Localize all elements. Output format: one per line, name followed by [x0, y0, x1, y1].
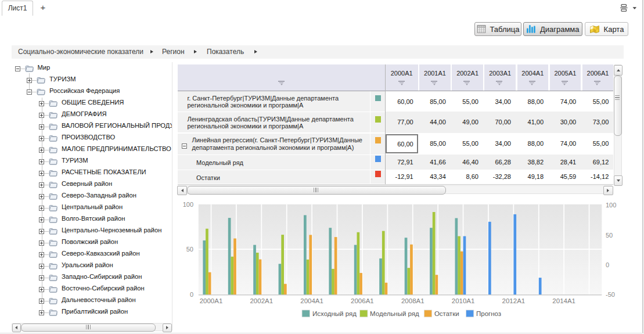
svg-text:2004A1: 2004A1 [300, 297, 323, 304]
svg-text:0: 0 [606, 261, 609, 268]
svg-text:2008A1: 2008A1 [401, 297, 424, 304]
svg-text:100: 100 [606, 202, 616, 209]
svg-text:50: 50 [606, 232, 613, 239]
svg-text:2006A1: 2006A1 [351, 297, 374, 304]
svg-text:Исходный ряд: Исходный ряд [312, 310, 357, 317]
svg-text:Остатки: Остатки [434, 310, 459, 317]
svg-text:-50: -50 [606, 291, 615, 298]
svg-text:2010A1: 2010A1 [452, 297, 475, 304]
svg-text:Прогноз: Прогноз [476, 310, 501, 317]
svg-text:0: 0 [190, 291, 193, 298]
svg-text:2012A1: 2012A1 [502, 297, 526, 304]
svg-text:Модельный ряд: Модельный ряд [370, 310, 419, 317]
svg-text:2014A1: 2014A1 [552, 297, 575, 304]
svg-text:50: 50 [186, 246, 193, 253]
svg-text:100: 100 [183, 201, 193, 208]
svg-text:2000A1: 2000A1 [200, 297, 223, 304]
svg-text:2002A1: 2002A1 [250, 297, 273, 304]
